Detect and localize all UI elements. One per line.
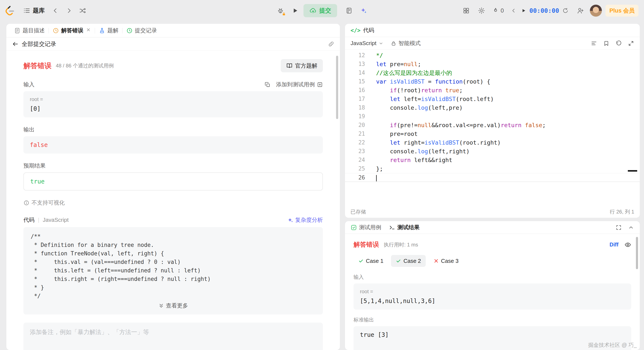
line-content: let left=isValidBST(root.left): [370, 95, 494, 103]
play-icon: [521, 8, 526, 13]
sparkles-icon: [360, 7, 367, 14]
nav-right-group: 0 00:00:00 Plus 会员: [460, 4, 638, 17]
chevron-right-icon: [66, 7, 72, 14]
official-solution-label: 官方题解: [295, 62, 317, 70]
editor-body[interactable]: 12*/13let pre=null;14//这么写是因为左边是最小的15var…: [345, 50, 640, 206]
ai-assistant-button[interactable]: [358, 5, 370, 16]
history-back-button[interactable]: [50, 5, 61, 16]
editor-line-13[interactable]: 13let pre=null;: [345, 60, 640, 68]
flask-icon: [99, 27, 105, 34]
left-panel-scrollbar[interactable]: [336, 56, 338, 119]
editor-line-21[interactable]: 21 pre=root: [345, 130, 640, 138]
tab-solutions[interactable]: 题解: [95, 24, 122, 37]
cursor-position: 行 26, 列 1: [610, 208, 634, 215]
editor-line-23[interactable]: 23 console.log(left,right): [345, 147, 640, 156]
editor-line-15[interactable]: 15var isValidBST = function(root) {: [345, 77, 640, 86]
editor-line-22[interactable]: 22 let right=isValidBST(root.right): [345, 138, 640, 147]
line-number: 20: [345, 121, 370, 130]
test-panel-scrollbar[interactable]: [636, 237, 638, 269]
test-header-icons: [616, 224, 634, 231]
test-panel-header: 测试用例 测试结果: [345, 221, 640, 234]
invite-collaborator-button[interactable]: [574, 5, 586, 16]
editor-line-12[interactable]: 12*/: [345, 51, 640, 60]
notes-button[interactable]: [343, 5, 355, 16]
line-number: 15: [345, 77, 370, 86]
tab-problem-description[interactable]: 题目描述: [10, 24, 48, 37]
avatar[interactable]: [590, 4, 602, 17]
book-open-icon: [286, 62, 292, 69]
expected-section-header: 预期结果: [24, 162, 323, 170]
language-select[interactable]: JavaScript: [350, 40, 384, 47]
debug-button[interactable]: [274, 5, 286, 16]
editor-line-14[interactable]: 14//这么写是因为左边是最小的: [345, 68, 640, 77]
submitted-code: /** * Definition for a binary tree node.…: [31, 232, 316, 300]
smart-mode-toggle[interactable]: 智能模式: [391, 39, 420, 47]
history-forward-button[interactable]: [63, 5, 75, 16]
x-icon: [434, 258, 439, 264]
code-editor-panel: </> 代码 JavaScript 智能模式: [345, 24, 640, 218]
leetcode-logo[interactable]: [6, 5, 15, 16]
line-content: if(pre!=null&&root.val<=pre.val)return f…: [370, 121, 546, 130]
expand-test-panel-button[interactable]: [616, 224, 622, 231]
add-to-testcase-button[interactable]: 添加到测试用例: [276, 81, 323, 88]
output-value-box: false: [24, 136, 323, 154]
diff-button[interactable]: Diff: [610, 242, 618, 248]
collapse-test-panel-button[interactable]: [628, 224, 634, 231]
separator: |: [38, 217, 40, 223]
editor-line-26[interactable]: 26: [345, 173, 640, 182]
settings-button[interactable]: [476, 5, 488, 16]
editor-line-25[interactable]: 25};: [345, 164, 640, 173]
line-content: if(!root)return true;: [370, 86, 462, 95]
reset-code-button[interactable]: [616, 40, 622, 47]
bookmark-button[interactable]: [603, 40, 610, 47]
editor-line-18[interactable]: 18 console.log(left,pre): [345, 103, 640, 112]
timer-reset-button[interactable]: [561, 5, 570, 16]
editor-line-16[interactable]: 16 if(!root)return true;: [345, 86, 640, 95]
case-2-tab[interactable]: Case 2: [391, 255, 426, 267]
run-button[interactable]: [289, 5, 301, 16]
back-button[interactable]: [12, 41, 19, 47]
format-code-button[interactable]: [591, 40, 597, 47]
shuffle-icon: [79, 7, 86, 14]
layout-button[interactable]: [460, 5, 472, 16]
tab-submissions[interactable]: 提交记录: [122, 24, 161, 37]
editor-line-24[interactable]: 24 return left&&right: [345, 156, 640, 164]
line-content: */: [370, 51, 383, 60]
undo-icon: [616, 40, 622, 47]
no-visualization-label: 不支持可视化: [32, 199, 65, 206]
official-solution-button[interactable]: 官方题解: [281, 59, 323, 72]
submit-button[interactable]: 提交: [304, 4, 337, 17]
editor-line-20[interactable]: 20 if(pre!=null&&root.val<=pre.val)retur…: [345, 121, 640, 130]
timer-play-button[interactable]: [520, 5, 527, 16]
timer-collapse-button[interactable]: [510, 5, 518, 16]
flame-icon: [492, 7, 499, 14]
complexity-analysis-button[interactable]: 复杂度分析: [287, 216, 323, 224]
editor-toolbar-icons: [591, 40, 634, 47]
copy-link-button[interactable]: [328, 41, 334, 47]
expected-value-box: true: [24, 173, 323, 190]
daily-streak-button[interactable]: 0: [491, 7, 505, 14]
random-problem-button[interactable]: [77, 5, 88, 16]
input-label: 输入: [24, 81, 34, 88]
close-tab-icon[interactable]: [86, 27, 91, 34]
editor-line-19[interactable]: 19: [345, 112, 640, 121]
stdout-label: 标准输出: [354, 316, 631, 323]
cloud-upload-icon: [310, 7, 317, 14]
fullscreen-editor-button[interactable]: [628, 40, 634, 47]
output-value: false: [30, 141, 316, 149]
language-selected: JavaScript: [350, 40, 376, 47]
view-more-button[interactable]: 查看更多: [31, 302, 316, 309]
tab-submission-result[interactable]: 解答错误: [49, 24, 95, 37]
tab-test-result[interactable]: 测试结果: [389, 224, 420, 231]
note-input[interactable]: [24, 323, 323, 350]
case-1-tab[interactable]: Case 1: [354, 255, 388, 267]
tab-testcase[interactable]: 测试用例: [350, 224, 381, 231]
plus-membership-badge[interactable]: Plus 会员: [606, 5, 638, 16]
visibility-toggle-button[interactable]: [624, 241, 631, 248]
editor-line-17[interactable]: 17 let left=isValidBST(root.left): [345, 95, 640, 103]
copy-input-button[interactable]: [264, 82, 270, 88]
verdict-stats: 48 / 86 个通过的测试用例: [56, 62, 114, 69]
case-3-tab[interactable]: Case 3: [429, 255, 463, 267]
problem-bank-button[interactable]: 题库: [20, 5, 48, 16]
check-icon: [358, 258, 364, 264]
